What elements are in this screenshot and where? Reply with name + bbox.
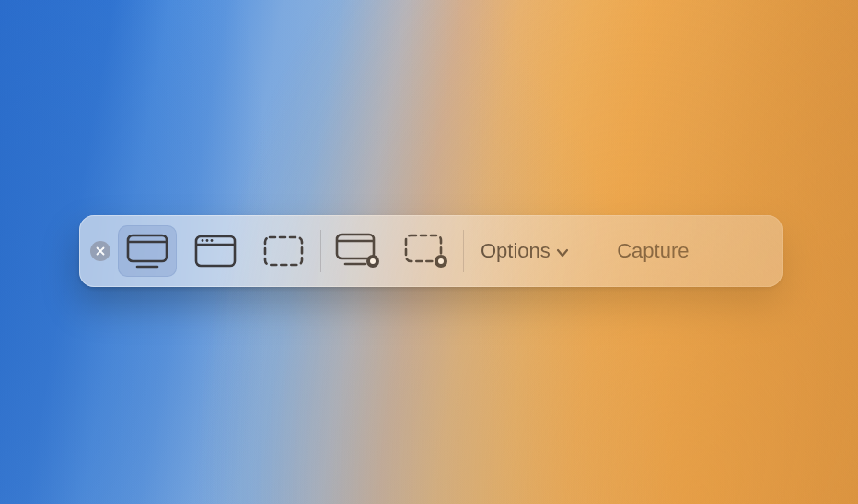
- capture-entire-screen-button[interactable]: [118, 225, 177, 277]
- svg-rect-16: [406, 235, 441, 261]
- options-menu[interactable]: Options: [464, 215, 586, 287]
- record-mode-group: [321, 215, 463, 287]
- svg-point-8: [206, 239, 209, 242]
- screenshot-toolbar: Options Capture: [79, 215, 783, 287]
- selection-icon: [262, 235, 305, 268]
- svg-rect-2: [128, 235, 167, 261]
- capture-label: Capture: [617, 239, 689, 263]
- screenshot-mode-group: [110, 215, 320, 287]
- svg-point-7: [202, 239, 204, 242]
- svg-point-9: [211, 239, 214, 242]
- capture-button[interactable]: Capture: [586, 215, 720, 287]
- close-button[interactable]: [90, 241, 110, 261]
- chevron-down-icon: [556, 239, 569, 263]
- screen-record-icon: [335, 233, 381, 269]
- svg-point-18: [438, 258, 444, 264]
- record-screen-button[interactable]: [329, 225, 388, 277]
- window-icon: [194, 235, 237, 268]
- svg-point-15: [370, 258, 376, 264]
- capture-selection-button[interactable]: [254, 225, 313, 277]
- desktop-wallpaper: Options Capture: [0, 0, 858, 504]
- capture-window-button[interactable]: [186, 225, 245, 277]
- selection-record-icon: [403, 233, 449, 269]
- svg-rect-10: [265, 237, 302, 265]
- options-label: Options: [481, 239, 551, 263]
- svg-rect-11: [337, 235, 374, 258]
- record-selection-button[interactable]: [397, 225, 456, 277]
- screen-icon: [126, 234, 168, 269]
- close-icon: [96, 246, 105, 256]
